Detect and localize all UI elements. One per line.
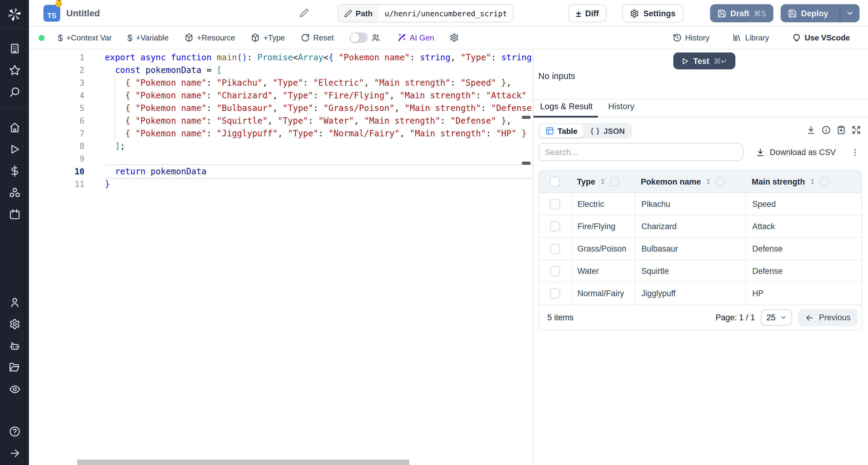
user-icon[interactable] [0,291,29,313]
code-text[interactable]: } [105,178,533,191]
arrow-left-icon [806,313,814,322]
code-text[interactable]: { "Pokemon name": "Bulbasaur", "Type": "… [105,102,533,115]
workers-bot-icon[interactable] [0,335,29,356]
editor-settings-gear-icon[interactable] [450,33,459,42]
sort-icon[interactable] [705,178,712,185]
windmill-script-editor: TS 👶 Untitled Path u/henri/unencumbered_… [0,0,868,465]
code-line-1[interactable]: 1export async function main(): Promise<A… [29,51,533,64]
table-row[interactable]: Grass/PoisonBulbasaurDefense [539,238,861,260]
code-text[interactable]: { "Pokemon name": "Jigglypuff", "Type": … [105,127,533,140]
row-checkbox[interactable] [550,288,560,298]
resources-boxes-icon[interactable] [0,181,29,203]
tab-logs-result[interactable]: Logs & Result [540,101,592,111]
collab-toggle[interactable] [350,33,368,43]
code-line-9[interactable]: 9 [29,153,533,165]
ai-gen-button[interactable]: AI Gen [397,33,434,42]
code-line-7[interactable]: 7 { "Pokemon name": "Jigglypuff", "Type"… [29,127,533,140]
info-icon[interactable] [822,125,831,135]
row-checkbox[interactable] [550,243,560,254]
more-options-icon[interactable] [850,147,860,156]
code-text[interactable]: { "Pokemon name": "Charizard", "Type": "… [105,89,533,102]
tab-history[interactable]: History [608,101,634,111]
add-resource-button[interactable]: +Resource [184,33,235,42]
sidebar [0,0,29,465]
code-line-2[interactable]: 2 const pokemonData = [ [29,64,533,77]
settings-gear-icon[interactable] [0,313,29,335]
home-icon[interactable] [0,116,29,138]
table-body: ElectricPikachuSpeedFire/FlyingCharizard… [539,193,861,304]
favorites-star-icon[interactable] [0,59,29,81]
add-type-button[interactable]: +Type [251,33,285,42]
horizontal-scrollbar[interactable] [77,460,409,465]
download-csv-button[interactable]: Download as CSV [756,147,836,156]
view-table-button[interactable]: Table [539,124,584,138]
add-context-var-button[interactable]: $ +Context Var [58,33,112,42]
variables-dollar-icon[interactable] [0,160,29,181]
page-size-select[interactable]: 25 [761,310,792,326]
column-toggle[interactable] [819,177,829,186]
deploy-button[interactable]: Deploy [781,4,860,22]
line-number: 5 [29,102,84,115]
code-text[interactable]: export async function main(): Promise<Ar… [105,51,533,64]
audit-eye-icon[interactable] [0,378,29,400]
code-line-10[interactable]: 10 return pokemonData [29,165,533,178]
windmill-logo[interactable] [0,0,29,29]
view-json-button[interactable]: { } JSON [585,124,631,138]
workspace-icon[interactable] [0,37,29,59]
table-cell: Speed [746,193,862,215]
diff-button[interactable]: ± Diff [568,4,607,22]
code-text[interactable]: { "Pokemon name": "Squirtle", "Type": "W… [105,115,533,127]
expand-sidebar-arrow-icon[interactable] [0,442,29,464]
column-toggle[interactable] [715,177,724,186]
code-editor[interactable]: 1export async function main(): Promise<A… [29,50,533,465]
add-variable-button[interactable]: $ +Variable [127,33,169,42]
code-text[interactable]: return pokemonData [105,165,533,178]
select-all-checkbox[interactable] [550,176,560,187]
library-button[interactable]: Library [733,33,769,42]
column-toggle[interactable] [610,177,619,186]
clipboard-copy-icon[interactable] [837,125,846,135]
code-line-11[interactable]: 11} [29,178,533,191]
table-row[interactable]: Fire/FlyingCharizardAttack [539,215,861,238]
table-row[interactable]: ElectricPikachuSpeed [539,193,861,215]
row-checkbox[interactable] [550,266,560,276]
help-icon[interactable] [0,420,29,442]
table-cell: Fire/Flying [571,215,635,237]
code-line-5[interactable]: 5 { "Pokemon name": "Bulbasaur", "Type":… [29,102,533,115]
code-line-6[interactable]: 6 { "Pokemon name": "Squirtle", "Type": … [29,115,533,127]
schedules-calendar-icon[interactable] [0,203,29,225]
table-row[interactable]: Normal/FairyJigglypuffHP [539,282,861,304]
code-text[interactable]: ]; [105,140,533,153]
use-vscode-button[interactable]: Use VScode [792,33,850,42]
folders-icon[interactable] [0,356,29,378]
code-line-8[interactable]: 8 ]; [29,140,533,153]
code-text[interactable]: const pokemonData = [ [105,64,533,77]
row-checkbox[interactable] [550,221,560,231]
code-text[interactable] [105,153,533,165]
search-input[interactable] [538,143,743,161]
search-icon[interactable] [0,81,29,103]
history-button[interactable]: History [673,33,710,42]
deploy-dropdown-caret[interactable] [840,4,860,22]
sort-icon[interactable] [599,178,606,185]
column-header-type[interactable]: Type [571,171,635,193]
draft-button[interactable]: Draft ⌘S [710,4,773,22]
previous-page-button[interactable]: Previous [798,309,858,326]
table-row[interactable]: WaterSquirtleDefense [539,260,861,282]
path-control[interactable]: Path u/henri/unencumbered_script [338,4,514,22]
runs-play-icon[interactable] [0,138,29,160]
row-checkbox[interactable] [550,199,560,209]
edit-summary-pencil-icon[interactable] [300,8,309,18]
settings-button[interactable]: Settings [622,4,684,22]
download-icon[interactable] [807,125,815,135]
column-header-pokemon-name[interactable]: Pokemon name [635,171,746,193]
code-text[interactable]: { "Pokemon name": "Pikachu", "Type": "El… [105,77,533,89]
sort-icon[interactable] [809,178,816,185]
test-button[interactable]: Test ⌘↵ [673,53,735,69]
view-toggle: Table { } JSON [538,123,632,139]
code-line-3[interactable]: 3 { "Pokemon name": "Pikachu", "Type": "… [29,77,533,89]
column-header-main-strength[interactable]: Main strength [746,171,862,193]
reset-button[interactable]: Reset [301,33,334,42]
code-line-4[interactable]: 4 { "Pokemon name": "Charizard", "Type":… [29,89,533,102]
expand-icon[interactable] [852,125,861,135]
